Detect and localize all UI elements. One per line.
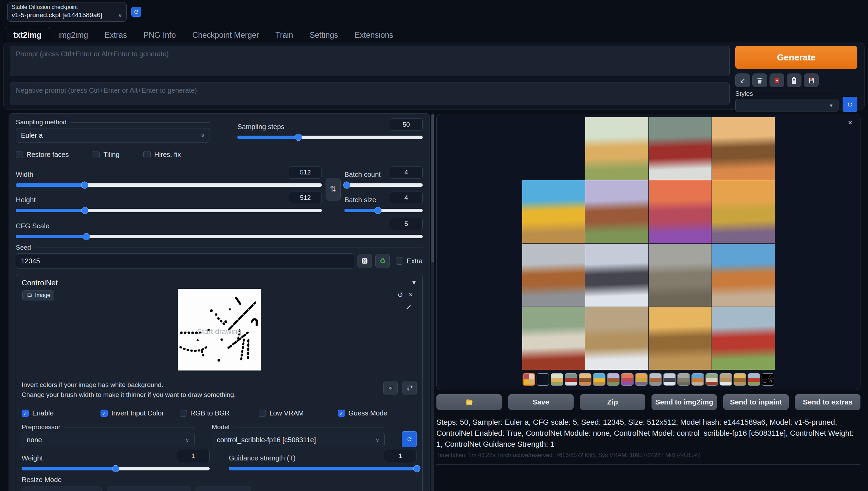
weight-slider[interactable]: [22, 467, 210, 470]
gallery-image-5[interactable]: [522, 180, 585, 243]
gallery-image-15[interactable]: [649, 307, 712, 370]
guess-mode-checkbox[interactable]: Guess Mode: [338, 409, 417, 417]
apply-styles-button[interactable]: [787, 73, 801, 87]
restore-faces-checkbox[interactable]: Restore faces: [16, 151, 69, 159]
thumbnail-image-16[interactable]: [748, 373, 760, 386]
tab-png-info[interactable]: PNG Info: [135, 27, 184, 44]
tab-extras[interactable]: Extras: [96, 27, 135, 44]
read-parameters-button[interactable]: ↙: [735, 73, 750, 87]
thumbnail-image-8[interactable]: [635, 373, 648, 386]
brush-button[interactable]: [405, 304, 412, 312]
refresh-styles-button[interactable]: [843, 97, 857, 112]
sampling-method-select[interactable]: Euler a ∨: [16, 128, 210, 142]
thumbnail-image-7[interactable]: [621, 373, 634, 386]
resize-mode-scale-to-fit-radio[interactable]: Scale to Fit (Inner Fit): [107, 487, 191, 491]
width-slider[interactable]: [16, 183, 322, 187]
thumbnail-image-2[interactable]: [551, 373, 563, 386]
thumbnail-image-10[interactable]: [664, 373, 676, 386]
rgb-to-bgr-checkbox[interactable]: RGB to BGR: [180, 409, 259, 417]
tiling-checkbox[interactable]: Tiling: [93, 151, 119, 159]
send-to-extras-button[interactable]: Send to extras: [795, 394, 860, 410]
clear-image-button[interactable]: ×: [409, 291, 413, 299]
weight-input[interactable]: 1: [177, 450, 210, 462]
thumbnail-image-6[interactable]: [607, 373, 620, 386]
sampling-steps-input[interactable]: 50: [390, 118, 423, 131]
preprocessor-select[interactable]: none ∨: [22, 433, 195, 447]
controlnet-enable-checkbox[interactable]: Enable: [22, 409, 101, 417]
gallery-image-2[interactable]: [585, 117, 648, 180]
controlnet-model-select[interactable]: control_scribble-fp16 [c508311e] ∨: [212, 433, 385, 447]
thumbnail-image-5[interactable]: [593, 373, 606, 386]
save-button[interactable]: Save: [508, 394, 574, 410]
guidance-strength-slider[interactable]: [229, 467, 417, 470]
reuse-seed-button[interactable]: ♻: [375, 254, 390, 268]
webcam-button[interactable]: [383, 381, 398, 395]
zip-button[interactable]: Zip: [580, 394, 645, 410]
mirror-webcam-button[interactable]: ⇅: [402, 381, 417, 395]
controlnet-header[interactable]: ControlNet ▼: [22, 278, 417, 287]
gallery-image-4[interactable]: [712, 117, 775, 180]
cfg-scale-input[interactable]: 5: [390, 218, 423, 230]
thumbnail-image-12[interactable]: [692, 373, 704, 386]
seed-input[interactable]: 12345: [16, 253, 354, 269]
undo-button[interactable]: ↺: [398, 291, 403, 299]
left-panel-scrollbar[interactable]: [431, 113, 434, 491]
gallery-image-8[interactable]: [712, 180, 775, 243]
scrollbar-thumb[interactable]: [432, 115, 434, 262]
cfg-scale-slider[interactable]: [16, 235, 423, 238]
negative-prompt-input[interactable]: [10, 82, 730, 105]
batch-count-input[interactable]: 4: [390, 166, 423, 179]
resize-mode-just-resize-radio[interactable]: Just Resize: [196, 487, 251, 491]
gallery-image-1[interactable]: [522, 117, 585, 180]
batch-count-slider[interactable]: [344, 183, 423, 187]
gallery-image-7[interactable]: [649, 180, 712, 243]
send-to-img2img-button[interactable]: Send to img2img: [652, 394, 717, 410]
width-input[interactable]: 512: [289, 166, 322, 179]
thumbnail-image-11[interactable]: [678, 373, 690, 386]
gallery-image-12[interactable]: [712, 244, 775, 307]
refresh-models-button[interactable]: [402, 431, 417, 447]
thumbnail-image-14[interactable]: [720, 373, 732, 386]
extra-networks-button[interactable]: [770, 73, 784, 87]
tab-txt2img[interactable]: txt2img: [5, 27, 50, 44]
save-style-button[interactable]: [804, 73, 819, 87]
controlnet-drawing-canvas[interactable]: Start drawing: [178, 289, 261, 370]
invert-input-color-checkbox[interactable]: Invert Input Color: [101, 409, 179, 417]
height-slider[interactable]: [16, 209, 322, 212]
tab-extensions[interactable]: Extensions: [347, 27, 402, 44]
generate-button[interactable]: Generate: [735, 46, 857, 69]
send-to-inpaint-button[interactable]: Send to inpaint: [723, 394, 789, 410]
gallery-image-9[interactable]: [522, 244, 585, 307]
refresh-checkpoints-button[interactable]: [131, 7, 141, 17]
tab-settings[interactable]: Settings: [301, 27, 346, 44]
styles-select[interactable]: ▼: [735, 99, 838, 112]
thumbnail-image-3[interactable]: [565, 373, 577, 386]
resize-mode-envelope-radio[interactable]: Envelope (Outer Fit): [22, 487, 102, 491]
gallery-image-16[interactable]: [712, 307, 775, 370]
thumbnail-image-9[interactable]: [649, 373, 662, 386]
guidance-strength-input[interactable]: 1: [384, 450, 417, 462]
thumbnail-grid-all[interactable]: [523, 373, 535, 386]
thumbnail-image-1[interactable]: [537, 373, 549, 386]
tab-train[interactable]: Train: [267, 27, 302, 44]
gallery-image-11[interactable]: [649, 244, 712, 307]
gallery-image-13[interactable]: [522, 307, 585, 370]
random-seed-button[interactable]: [357, 254, 372, 268]
thumbnail-scribble[interactable]: [762, 373, 774, 386]
batch-size-input[interactable]: 4: [390, 192, 423, 204]
gallery-image-6[interactable]: [585, 180, 648, 243]
height-input[interactable]: 512: [289, 192, 322, 204]
batch-size-slider[interactable]: [344, 209, 423, 212]
thumbnail-image-4[interactable]: [579, 373, 591, 386]
gallery-close-button[interactable]: ×: [848, 118, 853, 127]
open-folder-button[interactable]: [436, 394, 502, 410]
low-vram-checkbox[interactable]: Low VRAM: [259, 409, 338, 417]
swap-width-height-button[interactable]: ⇅: [326, 178, 341, 201]
tab-img2img[interactable]: img2img: [50, 27, 96, 44]
sampling-steps-slider[interactable]: [237, 136, 423, 139]
tab-checkpoint-merger[interactable]: Checkpoint Merger: [184, 27, 267, 44]
clear-prompt-button[interactable]: [752, 73, 767, 87]
thumbnail-image-13[interactable]: [706, 373, 718, 386]
gallery-image-10[interactable]: [585, 244, 648, 307]
hires-fix-checkbox[interactable]: Hires. fix: [143, 151, 181, 159]
